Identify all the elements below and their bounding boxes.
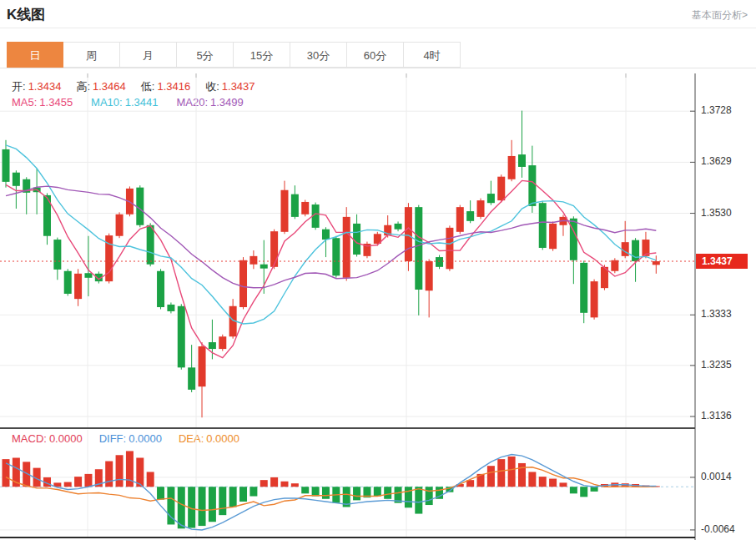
main-chart-canvas[interactable] [0,0,756,540]
kline-widget: K线图 基本面分析> 日周月5分15分30分60分4时 开:1.3434 高:1… [0,0,756,540]
current-price-badge: 1.3437 [696,254,748,269]
y-axis-label: 1.3629 [701,155,732,167]
y-axis-label: -0.0064 [701,523,735,535]
y-axis-label: 1.3333 [701,308,732,320]
y-axis-label: 0.0014 [701,471,732,482]
y-axis-label: 1.3235 [701,359,732,371]
y-axis-label: 1.3728 [701,104,732,116]
y-axis-label: 1.3136 [701,410,732,421]
y-axis-label: 1.3530 [701,207,732,219]
